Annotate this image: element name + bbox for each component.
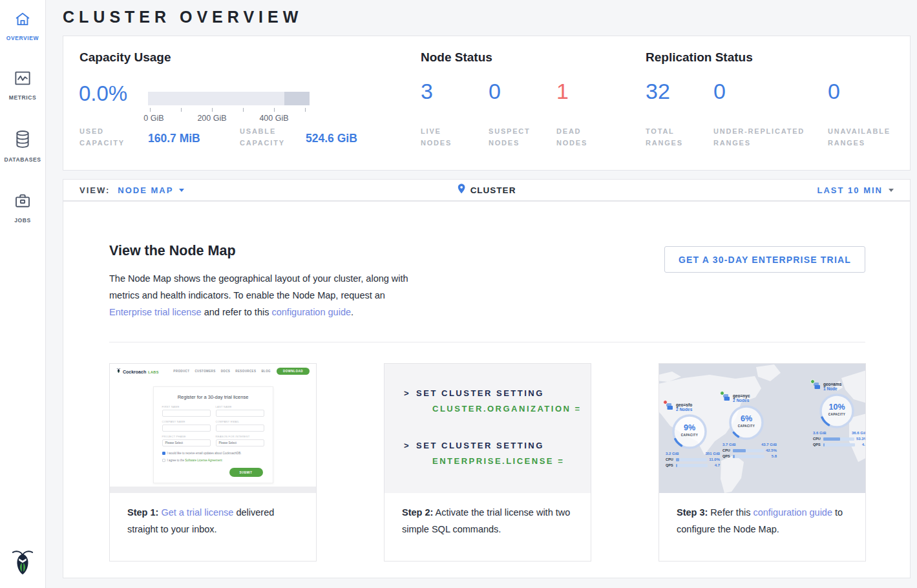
replication-status-title: Replication Status: [646, 50, 753, 65]
mini-input: [216, 425, 264, 432]
used-capacity-label: USED CAPACITY: [79, 125, 139, 149]
sql-command: SET CLUSTER SETTING: [416, 388, 544, 398]
mini-site-nav: PRODUCT CUSTOMERS DOCS RESOURCES BLOG: [173, 370, 271, 373]
locality-widget-ams: geo=ams 1 Node 10% CAPACITY 3.6 GiB36.6 …: [813, 382, 865, 446]
sidebar-item-jobs[interactable]: JOBS: [0, 191, 45, 224]
used-capacity-value: 160.7 MiB: [148, 132, 200, 145]
sql-command-line: >SET CLUSTER SETTING: [404, 441, 591, 450]
unavailable-ranges-label: UNAVAILABLE RANGES: [828, 125, 902, 149]
sql-setting-organization: CLUSTER.ORGANIZATION =: [432, 404, 591, 414]
enterprise-trial-button[interactable]: GET A 30-DAY ENTERPRISE TRIAL: [664, 246, 865, 273]
view-selector-dropdown[interactable]: VIEW: NODE MAP: [79, 185, 184, 195]
total-gib: 36.6 GiB: [852, 431, 865, 435]
mini-field: FIRST NAME: [162, 405, 211, 417]
cpu-value: 11.0%: [709, 457, 720, 461]
locality-name: geo=nyc: [733, 394, 750, 398]
cluster-summary-panel: Capacity Usage 0.0% 0 GiB 200 GiB 400 Gi…: [63, 36, 911, 171]
step-text: Refer this: [708, 507, 753, 518]
node-status-title: Node Status: [421, 50, 492, 65]
mini-nav-item: DOCS: [221, 370, 231, 373]
gauge-tick: [181, 108, 182, 112]
time-range-dropdown[interactable]: LAST 10 MIN: [817, 185, 894, 195]
sql-prompt: >: [404, 441, 410, 450]
sidebar-item-databases[interactable]: DATABASES: [0, 129, 45, 163]
gauge-tick: [212, 108, 213, 112]
cpu-bar: [733, 449, 764, 452]
qps-label: QPS: [722, 454, 731, 458]
configuration-guide-link[interactable]: configuration guide: [753, 507, 832, 518]
mini-checkbox-row: I agree to the Software License Agreemen…: [162, 459, 264, 462]
mini-form-title: Register for a 30-day trial license: [162, 394, 264, 400]
page-title: CLUSTER OVERVIEW: [63, 8, 302, 26]
view-label: VIEW:: [79, 185, 110, 195]
view-value: NODE MAP: [118, 185, 173, 195]
mini-nav-item: CUSTOMERS: [195, 370, 215, 373]
mini-field-label: COMPANY EMAIL: [216, 420, 264, 423]
live-nodes-value: 3: [421, 79, 433, 104]
capacity-label: CAPACITY: [671, 434, 708, 437]
gauge-tick: [305, 108, 306, 112]
description-text: The Node Map shows the geographical layo…: [109, 273, 408, 300]
mini-input: [162, 410, 211, 417]
mini-field: PROJECT PHASEPlease Select: [162, 435, 211, 446]
gauge-tick-label: 200 GiB: [197, 114, 226, 123]
sidebar-item-label: OVERVIEW: [6, 35, 39, 41]
enterprise-trial-license-link[interactable]: Enterprise trial license: [109, 307, 202, 317]
mini-checkbox-label: I agree to the: [167, 459, 185, 462]
suspect-nodes-label: SUSPECT NODES: [489, 125, 547, 149]
capacity-gauge-reserved-segment: [284, 92, 310, 105]
used-gib: 3.7 GiB: [722, 443, 736, 446]
metrics-icon: [13, 68, 32, 90]
qps-value: 4.7: [710, 463, 720, 467]
time-range-value: LAST 10 MIN: [817, 185, 883, 195]
gauge-tick: [274, 108, 275, 112]
dead-nodes-value: 1: [556, 79, 569, 104]
register-screenshot: Cockroach LABS PRODUCT CUSTOMERS DOCS RE…: [110, 364, 316, 493]
step3-card: geo=sfo 2 Nodes 9% CAPACITY 3.2 GiB351 G…: [659, 363, 866, 562]
mini-logo-text: Cockroach: [123, 370, 146, 374]
cpu-bar: [823, 437, 854, 441]
mini-field: LAST NAME: [216, 405, 264, 417]
capacity-gauge-bar: [148, 92, 310, 105]
mini-field-label: REASON FOR INTEREST: [216, 435, 264, 438]
unavailable-ranges-value: 0: [828, 79, 840, 104]
sidebar-item-metrics[interactable]: METRICS: [0, 68, 45, 101]
breadcrumb[interactable]: CLUSTER: [458, 184, 516, 196]
node-map-heading: View the Node Map: [109, 243, 236, 259]
breadcrumb-scope: CLUSTER: [470, 185, 516, 195]
under-replicated-ranges-label: UNDER-REPLICATED RANGES: [713, 125, 823, 149]
configuration-guide-link[interactable]: configuration guide: [271, 307, 351, 317]
capacity-label: CAPACITY: [728, 425, 765, 428]
qps-bar: [676, 464, 708, 467]
sql-command: SET CLUSTER SETTING: [416, 441, 544, 450]
locality-node-count: 1 Node: [823, 386, 841, 391]
sidebar: OVERVIEW METRICS DATABASES JOBS: [0, 0, 46, 588]
node-map-description: The Node Map shows the geographical layo…: [109, 270, 413, 320]
mini-select: Please Select: [216, 439, 264, 446]
sidebar-item-overview[interactable]: OVERVIEW: [0, 10, 45, 41]
step2-caption: Step 2: Activate the trial license with …: [385, 493, 591, 538]
qps-bar: [823, 443, 855, 446]
qps-value: 4.4: [857, 443, 865, 446]
node-map-preview: geo=sfo 2 Nodes 9% CAPACITY 3.2 GiB351 G…: [659, 364, 865, 493]
capacity-percent: 0.0%: [79, 81, 127, 106]
usable-capacity-value: 524.6 GiB: [306, 132, 357, 145]
get-trial-license-link[interactable]: Get a trial license: [161, 507, 233, 518]
total-ranges-value: 32: [646, 79, 670, 104]
step1-card: Cockroach LABS PRODUCT CUSTOMERS DOCS RE…: [109, 363, 317, 562]
jobs-icon: [13, 191, 32, 213]
qps-label: QPS: [666, 463, 674, 467]
capacity-ring: 9% CAPACITY: [671, 413, 708, 450]
qps-bar: [733, 455, 764, 458]
mini-field-label: PROJECT PHASE: [162, 435, 211, 438]
usable-capacity-label: USABLE CAPACITY: [240, 125, 299, 149]
suspect-nodes-value: 0: [489, 79, 501, 104]
mini-checkbox-checked: [162, 452, 165, 455]
capacity-ring: 6% CAPACITY: [728, 404, 765, 441]
mini-input: [162, 425, 211, 432]
mini-nav-item: RESOURCES: [235, 370, 256, 373]
step-number: Step 3:: [677, 507, 708, 518]
capacity-percent: 10%: [818, 403, 856, 412]
qps-label: QPS: [813, 443, 821, 446]
alert-badge-icon: [663, 400, 668, 404]
